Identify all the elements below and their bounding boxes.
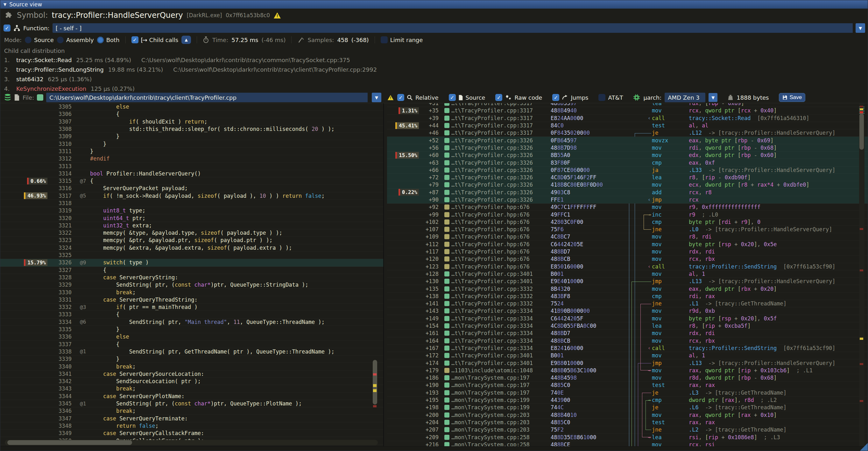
asm-row[interactable]: +190 …mon\TracySystem.cpp:197 4885C0 tes… (387, 382, 868, 389)
asm-source-ref[interactable]: …t\TracyProfiler.hpp:676 (439, 263, 551, 270)
source-line[interactable]: 3346 break; (0, 408, 383, 415)
file-select-arrow[interactable]: ▼ (372, 93, 381, 102)
asm-source-ref[interactable]: …t\TracyProfiler.cpp:3332 (439, 300, 551, 307)
source-line[interactable]: 3343 break; (0, 385, 383, 392)
asm-source-ref[interactable]: …t\TracyProfiler.cpp:3326 (439, 137, 551, 144)
asm-row[interactable]: +172 …t\TracyProfiler.cpp:3401 B001 mov … (387, 352, 868, 359)
asm-row[interactable]: +72 …t\TracyProfiler.cpp:3326 4C8D05F146… (387, 174, 868, 181)
asm-row[interactable]: +46 …t\TracyProfiler.cpp:3317 0F84350200… (387, 129, 868, 137)
source-line[interactable]: 3313 (0, 162, 383, 170)
asm-source-ref[interactable]: …t\TracyProfiler.cpp:3317 (439, 107, 551, 114)
asm-source-ref[interactable]: …1103\include\atomic:1048 (439, 367, 551, 373)
file-select[interactable]: C:\Users\wolf\Desktop\darkrl\contrib\tra… (46, 93, 368, 102)
source-line[interactable]: 3340 break; (0, 363, 383, 370)
asm-row[interactable]: +128 …t\TracyProfiler.cpp:3401 B001 mov … (387, 270, 868, 278)
asm-source-ref[interactable]: …t\TracyProfiler.hpp:676 (439, 226, 551, 233)
radio-both[interactable]: Both (97, 37, 120, 43)
asm-source-ref[interactable]: …t\TracyProfiler.hpp:676 (439, 248, 551, 255)
asm-row[interactable]: +52 …t\TracyProfiler.cpp:3326 0FB64597 m… (387, 137, 868, 144)
source-line[interactable]: 3329 SendString( ptr, (const char*)ptr, … (0, 281, 383, 289)
asm-row[interactable]: +31 …t\TracyProfiler.cpp:3317 488D5597 l… (387, 103, 868, 107)
att-checkbox[interactable]: AT&T (598, 94, 623, 101)
source-line[interactable]: 3327 { (0, 267, 383, 274)
source-line[interactable]: 46.93% 3317 @5 if( !m_sock->Read( &paylo… (0, 192, 383, 200)
source-line[interactable]: 3311 } (0, 148, 383, 155)
radio-source[interactable]: Source (25, 37, 54, 43)
source-vertical-scrollbar[interactable] (372, 103, 377, 447)
source-line[interactable]: 3310 } (0, 140, 383, 147)
asm-row[interactable]: +149 …t\TracyProfiler.cpp:3334 C64424205… (387, 315, 868, 322)
asm-source-ref[interactable]: …t\TracyProfiler.cpp:3332 (439, 293, 551, 299)
source-line[interactable]: 3347 case ServerQueryTerminate: (0, 415, 383, 422)
source-line[interactable]: 3325 (0, 251, 383, 259)
source-line[interactable]: 3338 @1 SendString( ptr, GetThreadName( … (0, 348, 383, 356)
asm-row[interactable]: +92 …t\TracyProfiler.hpp:676 49C7C1FFFFF… (387, 204, 868, 211)
asm-row[interactable]: +204 …mon\TracySystem.cpp:203 4885C0 tes… (387, 419, 868, 426)
asm-source-ref[interactable]: …t\TracyProfiler.cpp:3326 (439, 174, 551, 181)
source-horizontal-scrollbar[interactable] (5, 440, 378, 445)
source-line[interactable]: 3341 case ServerQuerySourceLocation: (0, 370, 383, 378)
asm-row[interactable]: +120 …t\TracyProfiler.hpp:676 488BCB mov… (387, 255, 868, 263)
child-call-item[interactable]: 1. tracy::Socket::Read 25.25 ms (54.89%)… (4, 55, 868, 65)
asm-source-ref[interactable]: …t\TracyProfiler.cpp:3332 (439, 286, 551, 292)
asm-row[interactable]: 1.31% +35 …t\TracyProfiler.cpp:3317 488B… (387, 107, 868, 114)
asm-row[interactable]: +39 …t\TracyProfiler.cpp:3317 E824AA0000… (387, 115, 868, 122)
asm-row[interactable]: +198 …mon\TracySystem.cpp:199 744C je .L… (387, 404, 868, 411)
collapse-child-calls-button[interactable]: ▲ (181, 36, 191, 44)
asm-source-ref[interactable]: …t\TracyProfiler.cpp:3317 (439, 130, 551, 136)
asm-row[interactable]: +90 …t\TracyProfiler.cpp:3326 FFE1 ‹ jmp… (387, 196, 868, 204)
child-call-item[interactable]: 4. KeSynchronizeExecution 125 µs (0.27%) (4, 84, 868, 92)
asm-source-ref[interactable]: …t\TracyProfiler.cpp:3401 (439, 278, 551, 284)
asm-row[interactable]: +102 …t\TracyProfiler.hpp:676 42803C0F00… (387, 218, 868, 226)
asm-source-ref[interactable]: …mon\TracySystem.cpp:258 (439, 434, 551, 441)
source-line[interactable]: 3349 case ServerQueryCallstackFrame: (0, 430, 383, 437)
asm-source-ref[interactable]: …mon\TracySystem.cpp:203 (439, 412, 551, 418)
asm-source-ref[interactable]: …t\TracyProfiler.cpp:3334 (439, 308, 551, 314)
asm-source-ref[interactable]: …t\TracyProfiler.cpp:3401 (439, 352, 551, 359)
asm-source-ref[interactable]: …t\TracyProfiler.cpp:3317 (439, 122, 551, 129)
asm-row[interactable]: +66 …t\TracyProfiler.cpp:3326 0F87CE0600… (387, 167, 868, 174)
asm-row[interactable]: +174 …t\TracyProfiler.cpp:3401 E9B801000… (387, 359, 868, 367)
source-line[interactable]: 3336 else (0, 333, 383, 340)
source-line[interactable]: 15.79% 3326 @9 switch( type ) (0, 259, 383, 266)
function-select-arrow[interactable]: ▼ (856, 23, 865, 33)
asm-source-ref[interactable]: …t\TracyProfiler.cpp:3334 (439, 315, 551, 322)
assembly-vertical-scrollbar[interactable] (859, 103, 865, 447)
asm-source-ref[interactable]: …t\TracyProfiler.cpp:3326 (439, 197, 551, 203)
child-calls-checkbox[interactable]: ✓ [→ Child calls (131, 36, 179, 43)
asm-row[interactable]: +143 …t\TracyProfiler.cpp:3334 41B90B000… (387, 307, 868, 315)
source-line[interactable]: 3314 bool Profiler::HandleServerQuery() (0, 170, 383, 177)
asm-source-ref[interactable]: …mon\TracySystem.cpp:203 (439, 426, 551, 433)
asm-source-ref[interactable]: …t\TracyProfiler.hpp:676 (439, 256, 551, 262)
titlebar[interactable]: ▼ Source view (0, 0, 868, 9)
function-checkbox[interactable]: ✓ (3, 25, 10, 32)
source-line[interactable]: 3323 memcpy( &ptr, &payload.ptr, sizeof(… (0, 237, 383, 244)
asm-row[interactable]: +135 …t\TracyProfiler.cpp:3332 8B4320 mo… (387, 285, 868, 292)
asm-source-ref[interactable]: …t\TracyProfiler.cpp:3334 (439, 323, 551, 329)
asm-row[interactable]: 0.22% +87 …t\TracyProfiler.cpp:3326 4903… (387, 189, 868, 196)
asm-source-ref[interactable]: …mon\TracySystem.cpp:197 (439, 374, 551, 381)
asm-source-ref[interactable]: …t\TracyProfiler.cpp:3334 (439, 345, 551, 351)
source-line[interactable]: 3348 return false; (0, 422, 383, 430)
resize-grip[interactable] (860, 443, 868, 451)
asm-row[interactable]: +200 …mon\TracySystem.cpp:203 488B4010 m… (387, 411, 868, 419)
asm-source-ref[interactable]: …t\TracyProfiler.cpp:3317 (439, 103, 551, 107)
asm-row[interactable]: +209 …mon\TracySystem.cpp:258 488D35E886… (387, 433, 868, 441)
asm-row[interactable]: +164 …t\TracyProfiler.cpp:3334 488BCB mo… (387, 337, 868, 344)
asm-source-ref[interactable]: …mon\TracySystem.cpp:199 (439, 397, 551, 403)
asm-row[interactable]: +109 …t\TracyProfiler.hpp:676 4C8BC7 mov… (387, 233, 868, 240)
march-select-arrow[interactable]: ▼ (709, 93, 717, 102)
asm-source-ref[interactable]: …t\TracyProfiler.hpp:676 (439, 219, 551, 225)
asm-row[interactable]: +154 …t\TracyProfiler.cpp:3334 4C8D055FB… (387, 322, 868, 330)
child-call-item[interactable]: 3. stat64i32 625 µs (1.36%) (4, 74, 868, 84)
source-line[interactable]: 3321 uint32_t extra; (0, 222, 383, 229)
limit-range-checkbox[interactable]: Limit range (381, 36, 423, 43)
asm-row[interactable]: +130 …t\TracyProfiler.cpp:3401 E9E401000… (387, 278, 868, 285)
source-line[interactable]: 3308 std::this_thread::sleep_for( std::c… (0, 125, 383, 133)
collapse-icon[interactable]: ▼ (3, 2, 6, 7)
asm-row[interactable]: +79 …t\TracyProfiler.cpp:3326 418B8C80E0… (387, 181, 868, 188)
asm-row[interactable]: +107 …t\TracyProfiler.hpp:676 75F6 jne .… (387, 226, 868, 233)
asm-source-ref[interactable]: …mon\TracySystem.cpp:197 (439, 382, 551, 388)
source-line[interactable]: 3331 case ServerQueryThreadString: (0, 296, 383, 304)
asm-source-ref[interactable]: …mon\TracySystem.cpp:199 (439, 404, 551, 411)
